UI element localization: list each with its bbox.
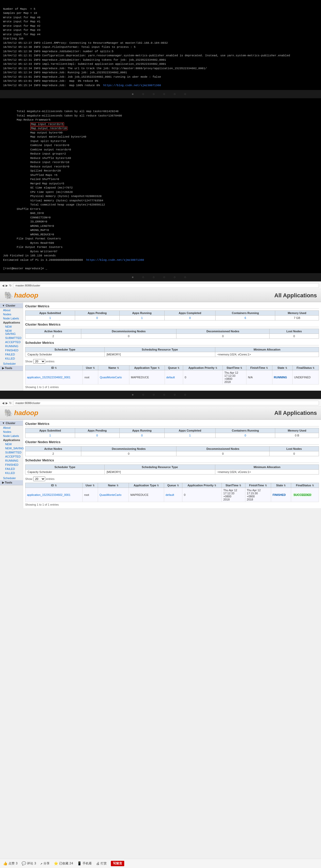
- hadoop-page-title-2: All Applications: [275, 410, 317, 416]
- th-priority-1[interactable]: Application Priority ⇅: [183, 366, 223, 370]
- th-apptype-1[interactable]: Application Type ⇅: [129, 366, 165, 370]
- sidebar-item-newsaving-2[interactable]: NEW_SAVING: [0, 446, 23, 450]
- sidebar-item-submitted-1[interactable]: SUBMITTED: [0, 336, 23, 340]
- col-decomm-nodes-2: Decommissioning Nodes: [81, 446, 176, 452]
- table-row: application_1523522334602_0001 root Quas…: [26, 488, 319, 502]
- tools-header-2[interactable]: ▶ Tools: [0, 480, 23, 485]
- val-memory-used-1: 7 GB: [275, 316, 319, 320]
- cluster-metrics-title-1: Cluster Metrics: [25, 304, 319, 309]
- th-finalstatus-1[interactable]: FinalStatus ⇅: [292, 366, 319, 370]
- entries-info-2: Showing 1 to 1 of 1 entries: [25, 503, 319, 506]
- th-id-2[interactable]: ID ⇅: [26, 483, 83, 488]
- sidebar-item-nodes-1[interactable]: Nodes: [0, 312, 23, 316]
- th-starttime-2[interactable]: StartTime ⇅: [222, 483, 245, 488]
- td-queue-1[interactable]: default: [165, 370, 183, 384]
- th-name-2[interactable]: Name ⇅: [98, 483, 129, 488]
- th-queue-2[interactable]: Queue ⇅: [164, 483, 182, 488]
- url-bar-1[interactable]: master:8088/cluster: [13, 283, 319, 288]
- td-id-1[interactable]: application_1523522334602_0001: [26, 370, 83, 384]
- th-name-1[interactable]: Name ⇅: [98, 366, 129, 370]
- reload-icon-2[interactable]: ↻: [9, 401, 11, 405]
- col-lost-nodes: Lost Nodes: [269, 329, 319, 334]
- td-type-2: MAPREDUCE: [129, 488, 164, 502]
- scheduler-table-2: Scheduler Type Scheduling Resource Type …: [25, 464, 319, 474]
- sidebar-item-running-1[interactable]: RUNNING: [0, 344, 23, 348]
- cluster-header-2[interactable]: ▼ Cluster: [0, 421, 23, 426]
- col-min-allocation: Minimum Allocation: [215, 347, 319, 352]
- th-finishtime-2[interactable]: FinishTime ⇅: [245, 483, 271, 488]
- sidebar-item-finished-1[interactable]: FINISHED: [0, 348, 23, 352]
- td-queue-2[interactable]: default: [164, 488, 182, 502]
- sidebar-item-about-2[interactable]: About: [0, 426, 23, 430]
- val-apps-pending-1: 0: [75, 316, 119, 320]
- sidebar-item-applications-2[interactable]: Applications: [0, 438, 23, 442]
- browser-topbar-1: ◀ ▶ ↻ master:8088/cluster: [0, 282, 321, 289]
- watermark-1: https://blog.csdn.net/sjmz30071360: [100, 84, 161, 87]
- nav-forward-icon[interactable]: ▶: [6, 284, 8, 287]
- col-min-allocation-2: Minimum Allocation: [215, 465, 319, 470]
- nav-back-icon-2[interactable]: ◀: [2, 401, 4, 405]
- th-state-2[interactable]: State ⇅: [271, 483, 291, 488]
- scheduler-metrics-title-2: Scheduler Metrics: [25, 458, 319, 463]
- hadoop-header-1: 🐘 hadoop All Applications: [0, 289, 321, 302]
- th-queue-1[interactable]: Queue ⇅: [165, 366, 183, 370]
- th-finalstatus-2[interactable]: FinalStatus ⇅: [291, 483, 319, 488]
- th-priority-2[interactable]: Application Priority ⇅: [182, 483, 221, 488]
- th-id-1[interactable]: ID ⇅: [26, 366, 83, 370]
- hadoop-sidebar-2: ▼ Cluster About Nodes Node Labels Applic…: [0, 420, 23, 508]
- watermark-2: https://blog.csdn.net/sjmz30071360: [83, 258, 144, 261]
- sidebar-item-killed-1[interactable]: KILLED: [0, 356, 23, 361]
- cluster-header[interactable]: ▼ Cluster: [0, 303, 23, 308]
- entries-suffix-1: entries: [46, 360, 55, 363]
- sidebar-item-about-1[interactable]: About: [0, 308, 23, 312]
- entries-select-2[interactable]: 20 50 100: [33, 476, 45, 481]
- sidebar-item-accepted-1[interactable]: ACCEPTED: [0, 340, 23, 344]
- col-containers-running-2: Containers Running: [216, 428, 275, 433]
- sidebar-item-new-2[interactable]: NEW: [0, 442, 23, 446]
- sidebar-item-submitted-2[interactable]: SUBMITTED: [0, 450, 23, 455]
- col-memory-used: Memory Used: [275, 311, 319, 316]
- sidebar-item-running-2[interactable]: RUNNING: [0, 459, 23, 463]
- sidebar-item-nodelabels-2[interactable]: Node Labels: [0, 434, 23, 438]
- th-starttime-1[interactable]: StartTime ⇅: [223, 366, 247, 370]
- th-state-1[interactable]: State ⇅: [272, 366, 292, 370]
- url-bar-2[interactable]: master:8088/cluster: [13, 401, 319, 405]
- sidebar-item-nodelabels-1[interactable]: Node Labels: [0, 316, 23, 320]
- entries-select-1[interactable]: 20 50 100: [33, 359, 45, 364]
- sidebar-item-scheduler-1[interactable]: Scheduler: [0, 362, 23, 366]
- tools-header-1[interactable]: ▶ Tools: [0, 366, 23, 371]
- td-id-2[interactable]: application_1523522334602_0001: [26, 488, 83, 502]
- val-decommd-nodes-1: 0: [176, 334, 269, 339]
- sidebar-item-failed-1[interactable]: FAILED: [0, 352, 23, 356]
- nav-back-icon[interactable]: ◀: [2, 284, 4, 287]
- sidebar-item-accepted-2[interactable]: ACCEPTED: [0, 455, 23, 459]
- val-scheduling-resource-type-1: [MEMORY]: [104, 352, 215, 357]
- col-memory-used-2: Memory Used: [275, 428, 319, 433]
- sidebar-item-killed-2[interactable]: KILLED: [0, 471, 23, 475]
- td-name-2[interactable]: QuasiMonteCarlo: [98, 488, 129, 502]
- sidebar-item-finished-2[interactable]: FINISHED: [0, 463, 23, 467]
- reload-icon[interactable]: ↻: [9, 284, 11, 287]
- dots-icons: ● ○ ○ ○ ○ ○: [132, 92, 189, 96]
- td-user-2: root: [83, 488, 98, 502]
- dots-separator-1: ● ○ ○ ○ ○ ○: [0, 90, 321, 98]
- th-user-1[interactable]: User ⇅: [83, 366, 98, 370]
- td-name-1[interactable]: QuasiMonteCarlo: [98, 370, 129, 384]
- td-priority-1: 0: [183, 370, 223, 384]
- col-scheduler-type: Scheduler Type: [26, 347, 105, 352]
- cluster-label: ▼ Cluster: [2, 304, 15, 307]
- val-active-nodes-2: 2: [26, 452, 81, 456]
- sidebar-item-scheduler-2[interactable]: Scheduler: [0, 476, 23, 480]
- td-priority-2: 0: [182, 488, 221, 502]
- sidebar-item-failed-2[interactable]: FAILED: [0, 467, 23, 471]
- sidebar-item-applications-1[interactable]: Applications: [0, 320, 23, 324]
- td-finalstatus-2: SUCCEEDED: [291, 488, 319, 502]
- th-apptype-2[interactable]: Application Type ⇅: [129, 483, 164, 488]
- td-finalstatus-1: UNDEFINED: [292, 370, 319, 384]
- sidebar-item-nodes-2[interactable]: Nodes: [0, 430, 23, 434]
- th-user-2[interactable]: User ⇅: [83, 483, 98, 488]
- sidebar-item-newsaving-1[interactable]: NEW SAVING: [0, 329, 23, 336]
- sidebar-item-new-1[interactable]: NEW: [0, 324, 23, 329]
- nav-forward-icon-2[interactable]: ▶: [6, 401, 8, 405]
- th-finishtime-1[interactable]: FinishTime ⇅: [246, 366, 272, 370]
